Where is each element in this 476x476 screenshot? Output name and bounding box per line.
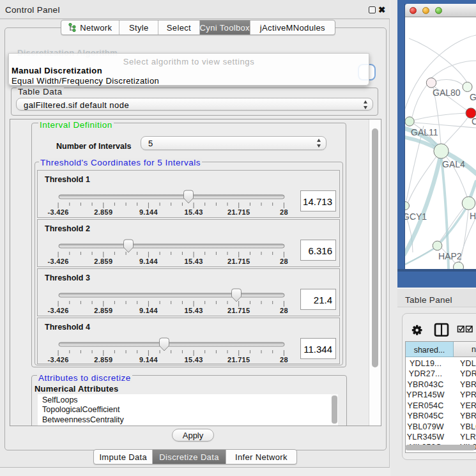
svg-text:GAL4: GAL4 (442, 159, 465, 169)
svg-text:C: C (472, 116, 476, 127)
svg-text:2.859: 2.859 (94, 356, 112, 364)
svg-text:9.144: 9.144 (139, 257, 158, 265)
svg-text:21.715: 21.715 (227, 257, 250, 265)
svg-text:28: 28 (280, 307, 288, 314)
svg-text:H: H (470, 211, 476, 221)
svg-text:21.715: 21.715 (227, 356, 250, 364)
svg-text:-3.426: -3.426 (48, 208, 69, 216)
svg-text:HAP2: HAP2 (438, 251, 462, 261)
svg-text:15.43: 15.43 (185, 208, 203, 216)
svg-text:2.859: 2.859 (94, 307, 112, 314)
svg-text:2.859: 2.859 (94, 208, 112, 216)
svg-text:GAL11: GAL11 (411, 127, 438, 137)
svg-text:-3.426: -3.426 (48, 257, 69, 265)
svg-text:GAL80: GAL80 (433, 88, 461, 98)
svg-text:2.859: 2.859 (94, 257, 112, 265)
svg-text:15.43: 15.43 (185, 307, 203, 314)
svg-text:21.715: 21.715 (227, 208, 250, 216)
svg-text:GCY1: GCY1 (405, 211, 427, 222)
svg-text:9.144: 9.144 (139, 307, 158, 314)
svg-text:-3.426: -3.426 (48, 356, 69, 364)
svg-text:28: 28 (280, 356, 288, 364)
svg-text:9.144: 9.144 (139, 356, 158, 364)
svg-text:28: 28 (280, 208, 288, 216)
svg-text:9.144: 9.144 (139, 208, 158, 216)
svg-text:28: 28 (280, 257, 288, 265)
svg-text:-3.426: -3.426 (48, 307, 69, 314)
svg-text:15.43: 15.43 (185, 257, 203, 265)
svg-text:21.715: 21.715 (227, 307, 250, 314)
svg-text:GA: GA (470, 92, 476, 102)
svg-text:15.43: 15.43 (185, 356, 203, 364)
